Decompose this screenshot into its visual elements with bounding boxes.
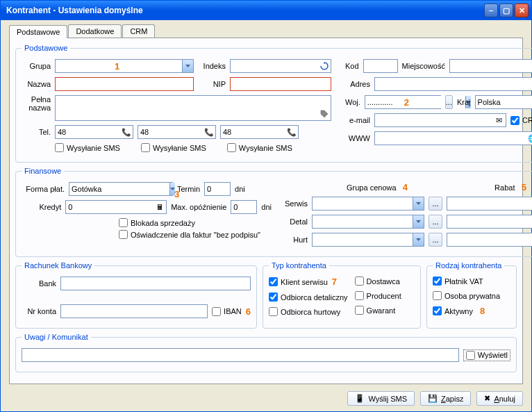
grupa-select[interactable]: 1 <box>55 59 194 73</box>
miejscowosc-input[interactable] <box>449 59 532 73</box>
kredyt-input[interactable] <box>65 200 167 214</box>
legend-rodzaj: Rodzaj kontrahenta <box>433 261 504 270</box>
label-tel: Tel. <box>22 128 51 136</box>
kod-input[interactable] <box>363 59 398 73</box>
email-input[interactable] <box>374 113 506 127</box>
odbiorca-h-checkbox[interactable]: Odbiorca hurtowy <box>269 307 348 316</box>
producent-checkbox[interactable]: Producent <box>355 291 401 300</box>
serwis-grupa-browse[interactable]: ... <box>429 197 442 211</box>
chevron-down-icon[interactable] <box>413 197 424 210</box>
marker-3: 3 <box>174 189 179 199</box>
serwis-rabat-select[interactable] <box>447 197 532 211</box>
mail-icon[interactable]: ✉ <box>494 115 504 125</box>
label-miejscowosc: Miejscowość <box>402 62 445 70</box>
label-kod: Kod <box>345 62 359 70</box>
nazwa-input[interactable] <box>55 77 194 91</box>
label-dni: dni <box>235 185 245 193</box>
osoba-checkbox[interactable]: Osoba prywatna <box>433 291 510 300</box>
crm-checkbox[interactable]: CRM <box>510 116 532 125</box>
globe-icon[interactable]: 🌐 <box>528 133 532 143</box>
marker-4: 4 <box>403 182 408 192</box>
wyslij-sms-button[interactable]: 📱 Wyślij SMS <box>347 391 415 406</box>
tab-dodatkowe[interactable]: Dodatkowe <box>68 24 122 38</box>
forma-select[interactable] <box>69 182 173 196</box>
group-rodzaj: Rodzaj kontrahenta Płatnik VAT Osoba pry… <box>426 261 517 329</box>
phone-icon[interactable]: 📞 <box>287 127 297 137</box>
label-hurt: Hurt <box>280 236 308 244</box>
phone-icon[interactable]: 📞 <box>122 127 131 137</box>
hurt-rabat-select[interactable] <box>447 233 532 247</box>
group-podstawowe: Podstawowe Grupa 1 Indeks <box>15 44 532 163</box>
chevron-down-icon[interactable] <box>182 60 193 72</box>
phone-icon[interactable]: 📞 <box>204 127 214 137</box>
label-grupa: Grupa <box>22 62 51 70</box>
label-nrkonta: Nr konta <box>22 307 56 315</box>
pelna-nazwa-input[interactable] <box>55 95 331 121</box>
gwarant-checkbox[interactable]: Gwarant <box>355 306 401 315</box>
tab-podstawowe[interactable]: Podstawowe <box>9 25 67 38</box>
odbiorca-d-checkbox[interactable]: Odbiorca detaliczny <box>269 292 348 302</box>
adres-input[interactable] <box>374 77 532 91</box>
chevron-down-icon[interactable] <box>413 215 424 228</box>
calc-icon[interactable]: 🖩 <box>155 202 165 212</box>
label-detal: Detal <box>280 217 308 226</box>
detal-grupa-browse[interactable]: ... <box>429 215 442 229</box>
label-nazwa: Nazwa <box>22 80 51 88</box>
kraj-select[interactable] <box>475 95 532 109</box>
marker-8: 8 <box>480 306 485 316</box>
label-www: WWW <box>345 134 370 142</box>
nrkonta-input[interactable] <box>60 304 208 318</box>
detal-rabat-select[interactable] <box>447 215 532 229</box>
sms3-checkbox[interactable]: Wysyłanie SMS <box>227 143 292 152</box>
cancel-icon: ✖ <box>484 394 490 403</box>
blokada-checkbox[interactable]: Blokada sprzedaży <box>119 218 195 227</box>
close-button[interactable]: ✕ <box>515 3 529 17</box>
zapisz-button[interactable]: 💾 Zapisz <box>420 391 471 406</box>
aktywny-checkbox[interactable]: Aktywny <box>433 306 473 315</box>
minimize-button[interactable]: – <box>484 3 498 17</box>
marker-5: 5 <box>522 182 526 192</box>
label-kraj: Kraj <box>457 98 471 106</box>
legend-uwagi: Uwagi / Komunikat <box>22 333 91 341</box>
label-termin: Termin <box>177 185 200 193</box>
label-forma: Forma płat. <box>22 185 65 193</box>
tab-bar: Podstawowe Dodatkowe CRM <box>1 22 531 38</box>
iban-checkbox[interactable]: IBAN <box>212 307 242 316</box>
label-grupacen: Grupa cenowa <box>347 183 397 192</box>
app-window: Kontrahent - Ustawienia domyślne – ▢ ✕ P… <box>0 0 532 412</box>
indeks-input[interactable] <box>230 59 331 73</box>
tag-icon[interactable] <box>319 109 329 119</box>
oswiadczenie-checkbox[interactable]: Oświadczenie dla faktur "bez podpisu" <box>119 230 260 239</box>
dostawca-checkbox[interactable]: Dostawca <box>355 277 401 286</box>
label-serwis: Serwis <box>280 199 308 208</box>
wyswietl-checkbox[interactable]: Wyświetl <box>463 349 510 361</box>
sms1-checkbox[interactable]: Wysyłanie SMS <box>55 143 120 152</box>
label-bank: Bank <box>22 279 56 288</box>
woj-select[interactable]: 2 <box>365 95 441 109</box>
maximize-button[interactable]: ▢ <box>499 3 513 17</box>
sms2-checkbox[interactable]: Wysyłanie SMS <box>141 143 206 152</box>
tab-crm[interactable]: CRM <box>122 24 155 38</box>
hurt-grupa-browse[interactable]: ... <box>429 233 442 247</box>
anuluj-button[interactable]: ✖ Anuluj <box>476 391 523 406</box>
klient-checkbox[interactable]: Klient serwisu <box>269 277 328 286</box>
maxop-input[interactable] <box>231 200 257 214</box>
chevron-down-icon[interactable] <box>413 233 424 246</box>
label-email: e-mail <box>345 116 370 124</box>
marker-1: 1 <box>115 61 119 72</box>
nip-input[interactable] <box>230 77 331 91</box>
www-input[interactable] <box>374 131 532 145</box>
woj-browse-button[interactable]: ... <box>445 95 453 109</box>
platnik-checkbox[interactable]: Płatnik VAT <box>433 277 510 286</box>
detal-grupa-select[interactable] <box>312 215 424 229</box>
hurt-grupa-select[interactable] <box>312 233 424 247</box>
label-kredyt: Kredyt <box>22 203 61 211</box>
refresh-icon[interactable] <box>319 61 329 71</box>
bank-input[interactable] <box>60 277 251 290</box>
label-adres: Adres <box>345 80 370 88</box>
uwagi-input[interactable] <box>22 348 459 362</box>
serwis-grupa-select[interactable] <box>312 197 424 211</box>
termin-input[interactable] <box>204 182 231 196</box>
legend-bank: Rachunek Bankowy <box>22 261 94 270</box>
legend-finansowe: Finansowe <box>22 167 64 175</box>
